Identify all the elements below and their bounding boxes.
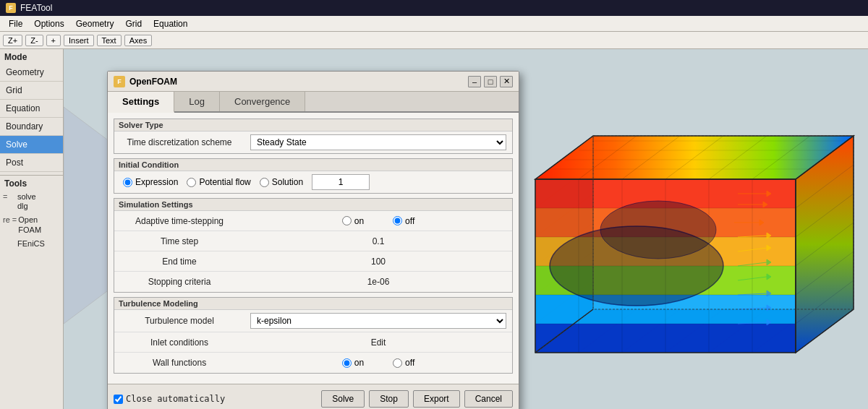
tool-solve-dlg: = solvedlg — [0, 190, 63, 213]
menu-geometry[interactable]: Geometry — [70, 17, 120, 30]
time-discretization-row: Time discretization scheme Steady State … — [114, 132, 512, 153]
add-btn[interactable]: + — [46, 35, 61, 46]
tool-prefix-1: = — [3, 192, 16, 201]
radio-expression-input[interactable] — [123, 178, 132, 187]
tool-name-openfoam[interactable]: OpenFOAM — [18, 215, 41, 234]
radio-expression[interactable]: Expression — [123, 177, 178, 187]
title-bar: F FEATool — [0, 0, 868, 16]
wall-functions-row: Wall functions on off — [114, 353, 512, 373]
sidebar-item-geometry[interactable]: Geometry — [0, 64, 63, 82]
solve-button[interactable]: Solve — [321, 390, 365, 408]
dialog-footer: Close automatically Solve Stop Export Ca… — [108, 384, 519, 409]
inlet-conditions-edit-btn[interactable]: Edit — [250, 337, 506, 348]
adaptive-off-input[interactable] — [393, 216, 402, 225]
time-step-value: 0.1 — [373, 236, 385, 246]
dialog-tabs: Settings Log Convergence — [108, 92, 519, 113]
radio-solution-input[interactable] — [260, 178, 269, 187]
menu-grid[interactable]: Grid — [119, 17, 148, 30]
solver-type-group: Solver Type Time discretization scheme S… — [114, 119, 513, 154]
menu-file[interactable]: File — [3, 17, 28, 30]
main-layout: Mode Geometry Grid Equation Boundary Sol… — [0, 49, 868, 409]
stopping-criteria-value: 1e-06 — [367, 277, 390, 287]
initial-value-input[interactable] — [312, 174, 370, 190]
sidebar-item-equation[interactable]: Equation — [0, 100, 63, 118]
cancel-button[interactable]: Cancel — [464, 390, 513, 408]
wall-functions-onoff: on off — [250, 358, 506, 368]
wall-off-input[interactable] — [393, 358, 402, 368]
maximize-btn[interactable]: □ — [484, 76, 497, 87]
adaptive-on-label: on — [354, 216, 364, 226]
wall-on[interactable]: on — [342, 358, 364, 368]
radio-potential-flow[interactable]: Potential flow — [187, 177, 250, 187]
wall-functions-control: on off — [244, 355, 512, 371]
insert-btn[interactable]: Insert — [64, 35, 94, 46]
radio-potential-flow-input[interactable] — [187, 178, 196, 187]
footer-left: Close automatically — [114, 394, 225, 404]
tab-settings[interactable]: Settings — [108, 92, 174, 113]
sidebar-item-solve[interactable]: Solve — [0, 136, 63, 154]
text-btn[interactable]: Text — [97, 35, 122, 46]
adaptive-onoff: on off — [250, 216, 506, 226]
close-automatically-label: Close automatically — [126, 394, 225, 404]
turbulence-group: Turbulence Modeling Turbulence model k-e… — [114, 297, 513, 374]
stop-button[interactable]: Stop — [369, 390, 409, 408]
initial-condition-options: Expression Potential flow Solution — [114, 171, 512, 193]
end-time-label: End time — [114, 254, 244, 270]
solver-type-header: Solver Type — [114, 119, 512, 132]
turbulence-model-row: Turbulence model k-epsilon k-omega Spala… — [114, 310, 512, 332]
time-step-label: Time step — [114, 233, 244, 249]
export-button[interactable]: Export — [413, 390, 460, 408]
axes-btn[interactable]: Axes — [124, 35, 152, 46]
end-time-row: End time 100 — [114, 251, 512, 272]
mode-label: Mode — [0, 49, 63, 64]
adaptive-on-input[interactable] — [342, 216, 352, 225]
stopping-criteria-label: Stopping criteria — [114, 274, 244, 290]
turbulence-model-select[interactable]: k-epsilon k-omega Spalart-Allmaras None — [250, 313, 506, 329]
sidebar-item-boundary[interactable]: Boundary — [0, 118, 63, 136]
adaptive-on[interactable]: on — [342, 216, 364, 226]
time-step-control: 0.1 — [244, 233, 512, 249]
zoom-in-btn[interactable]: Z+ — [3, 35, 22, 46]
tool-openfoam: re = OpenFOAM — [0, 213, 63, 236]
footer-buttons: Solve Stop Export Cancel — [321, 390, 513, 408]
inlet-conditions-label: Inlet conditions — [114, 335, 244, 350]
stopping-criteria-row: Stopping criteria 1e-06 — [114, 272, 512, 292]
dialog-controls: – □ ✕ — [468, 76, 513, 87]
initial-condition-radio-group: Expression Potential flow Solution — [123, 174, 370, 190]
menu-equation[interactable]: Equation — [148, 17, 193, 30]
sidebar-item-grid[interactable]: Grid — [0, 82, 63, 100]
dialog-titlebar[interactable]: F OpenFOAM – □ ✕ — [108, 72, 519, 92]
time-discretization-select[interactable]: Steady State Transient — [250, 134, 506, 150]
tool-name-solve-dlg[interactable]: solvedlg — [17, 192, 36, 211]
initial-condition-row: Expression Potential flow Solution — [114, 171, 512, 193]
inlet-conditions-row: Inlet conditions Edit — [114, 332, 512, 353]
tab-convergence[interactable]: Convergence — [220, 92, 305, 111]
tab-log[interactable]: Log — [174, 92, 220, 111]
time-discretization-control: Steady State Transient — [244, 132, 512, 153]
wall-on-input[interactable] — [342, 358, 352, 368]
close-btn[interactable]: ✕ — [500, 76, 513, 87]
adaptive-timestepping-label: Adaptive time-stepping — [114, 213, 244, 229]
radio-solution-label: Solution — [272, 177, 303, 187]
zoom-out-btn[interactable]: Z- — [25, 35, 43, 46]
close-automatically-checkbox[interactable] — [114, 395, 123, 404]
initial-condition-header: Initial Condition — [114, 159, 512, 171]
radio-potential-flow-label: Potential flow — [199, 177, 250, 187]
adaptive-timestepping-row: Adaptive time-stepping on off — [114, 211, 512, 231]
tool-prefix-2: re = — [3, 215, 17, 224]
app-icon: F — [6, 3, 16, 13]
end-time-value: 100 — [371, 257, 386, 267]
menu-bar: File Options Geometry Grid Equation — [0, 16, 868, 32]
adaptive-off[interactable]: off — [393, 216, 414, 226]
sidebar: Mode Geometry Grid Equation Boundary Sol… — [0, 49, 64, 409]
menu-options[interactable]: Options — [28, 17, 69, 30]
toolbar: Z+ Z- + Insert Text Axes — [0, 32, 868, 49]
sidebar-item-post[interactable]: Post — [0, 154, 63, 172]
radio-solution[interactable]: Solution — [260, 177, 303, 187]
tool-name-fenics[interactable]: FEniCS — [17, 239, 45, 249]
simulation-settings-header: Simulation Settings — [114, 199, 512, 211]
time-step-row: Time step 0.1 — [114, 231, 512, 251]
minimize-btn[interactable]: – — [468, 76, 481, 87]
wall-off[interactable]: off — [393, 358, 414, 368]
dialog-window: F OpenFOAM – □ ✕ Settings Log Convergenc… — [107, 71, 519, 409]
